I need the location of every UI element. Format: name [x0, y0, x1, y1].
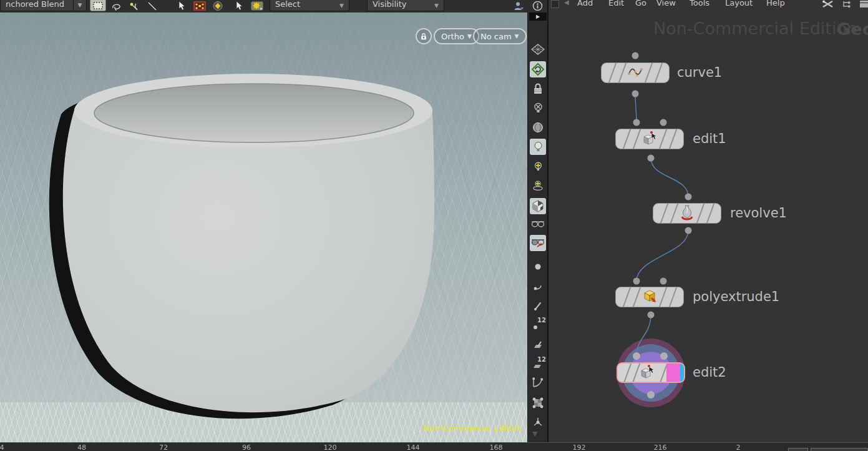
- frame-tick: 96: [242, 444, 251, 451]
- default-light-icon[interactable]: [530, 139, 546, 155]
- lasso-select-icon[interactable]: [108, 0, 124, 11]
- user-icon[interactable]: [510, 0, 527, 11]
- wire-revolve1-polyextrude1[interactable]: [636, 230, 688, 281]
- blend-mode-dropdown[interactable]: nchored Blend: [0, 0, 74, 11]
- scroll-right-icon[interactable]: ▶: [529, 12, 547, 21]
- frame-tick: 48: [77, 444, 86, 451]
- frame-tick: 2: [736, 444, 741, 451]
- node-polyextrude1[interactable]: [615, 287, 684, 307]
- bowl-geometry[interactable]: [0, 12, 527, 442]
- template-geo-icon[interactable]: [530, 395, 546, 411]
- viewport-watermark: Non-Commercial Edition: [423, 424, 521, 433]
- connector-dot[interactable]: [685, 227, 692, 234]
- pick-line-icon[interactable]: [144, 0, 160, 11]
- scroll-down-icon[interactable]: ▼: [532, 430, 537, 438]
- connector-dot[interactable]: [632, 52, 639, 59]
- frame-tick: 168: [490, 444, 503, 451]
- reference-plane-icon[interactable]: [530, 41, 546, 57]
- revolve-icon: [680, 204, 695, 223]
- node-label-revolve1[interactable]: revolve1: [730, 206, 787, 221]
- polyextrude-icon: [641, 288, 658, 307]
- wire-edit1-revolve1[interactable]: [651, 158, 688, 197]
- connector-dot[interactable]: [632, 91, 639, 97]
- show-profiles-icon[interactable]: [530, 375, 546, 391]
- handles-tool-icon[interactable]: [249, 0, 265, 11]
- chevron-down-icon: ▼: [515, 33, 519, 39]
- curve-icon: [627, 66, 643, 81]
- connector-dot[interactable]: [660, 352, 668, 360]
- playbar-timeline[interactable]: 4 48 72 96 120 144 168 192 216 2: [0, 442, 868, 451]
- frame-tick: 192: [573, 444, 586, 451]
- wireframe-glasses-icon[interactable]: [530, 216, 546, 232]
- paint-select-icon[interactable]: [126, 0, 142, 11]
- cursor-icon[interactable]: [173, 0, 190, 11]
- node-edit1[interactable]: [615, 129, 684, 149]
- prim-numbers-icon[interactable]: 12: [530, 356, 546, 372]
- node-edit2[interactable]: [617, 362, 685, 383]
- bowl-interior: [94, 84, 414, 142]
- prim-normals-icon[interactable]: [530, 337, 546, 353]
- shading-mode-icon[interactable]: [530, 198, 546, 214]
- connector-dot[interactable]: [633, 278, 640, 285]
- add-light-icon[interactable]: [530, 158, 546, 174]
- scene-view-pane: nchored Blend ▼ Select▼: [0, 0, 547, 442]
- chevron-down-icon: ▼: [331, 2, 344, 9]
- dome-light-icon[interactable]: [530, 119, 546, 136]
- frame-range-end-input[interactable]: [811, 448, 868, 451]
- frame-tick: 144: [407, 444, 420, 451]
- points-select-icon[interactable]: [192, 0, 208, 11]
- frame-tick: 216: [654, 444, 667, 451]
- display-flag[interactable]: [680, 364, 684, 382]
- connector-dot[interactable]: [685, 194, 692, 201]
- network-editor-pane[interactable]: ◀ Add Edit Go View Tools Layout Help Non…: [549, 0, 868, 442]
- chevron-down-icon: ▼: [426, 2, 439, 9]
- connector-dot[interactable]: [633, 119, 640, 126]
- frame-tick: 4: [0, 444, 4, 451]
- node-label-edit1[interactable]: edit1: [693, 131, 726, 146]
- connector-dot[interactable]: [633, 352, 640, 360]
- node-label-polyextrude1[interactable]: polyextrude1: [693, 289, 779, 304]
- wire-curve1-edit1[interactable]: [635, 94, 636, 122]
- edit-icon: [639, 364, 655, 382]
- headlight-off-icon[interactable]: [530, 100, 546, 116]
- display-options-toolbar: ▶: [527, 12, 548, 442]
- connector-dot[interactable]: [648, 155, 655, 162]
- axis-handle-icon[interactable]: [530, 414, 546, 430]
- selection-toolbar: nchored Blend ▼ Select▼: [0, 0, 547, 14]
- visibility-dropdown[interactable]: Visibility▼: [367, 0, 444, 11]
- frame-tick: 120: [324, 444, 337, 451]
- ortho-button[interactable]: Ortho▼: [434, 28, 479, 44]
- connector-dot[interactable]: [647, 391, 655, 399]
- frame-range-start-input[interactable]: [788, 448, 808, 451]
- node-revolve1[interactable]: [653, 203, 721, 224]
- show-points-icon[interactable]: [530, 259, 546, 275]
- cursor-icon[interactable]: [231, 0, 247, 11]
- node-curve1[interactable]: [601, 62, 670, 83]
- node-label-edit2[interactable]: edit2: [693, 365, 726, 380]
- marquee-select-icon[interactable]: [90, 0, 106, 11]
- group-highlight-icon[interactable]: [530, 61, 546, 77]
- ghost-other-objects-icon[interactable]: [530, 235, 546, 251]
- frame-tick: 72: [159, 444, 168, 451]
- add-env-light-icon[interactable]: [530, 177, 546, 194]
- connector-dot[interactable]: [660, 278, 667, 285]
- no-cam-button[interactable]: No cam▼: [473, 28, 527, 44]
- chevron-down-icon: ▼: [467, 33, 472, 39]
- select-mode-dropdown[interactable]: Select▼: [270, 0, 349, 11]
- node-label-curve1[interactable]: curve1: [677, 65, 722, 80]
- info-icon[interactable]: [529, 0, 545, 11]
- viewport-lock-icon[interactable]: [416, 28, 432, 44]
- connector-dot[interactable]: [648, 312, 655, 319]
- point-numbers-icon[interactable]: 12: [530, 317, 546, 333]
- viewport-3d[interactable]: Ortho▼ No cam▼ Non-Commercial Edition: [0, 12, 527, 442]
- blend-mode-dropdown-arrow[interactable]: ▼: [73, 0, 87, 11]
- edit-icon: [641, 130, 658, 149]
- template-flag[interactable]: [666, 364, 680, 382]
- connector-dot[interactable]: [660, 119, 667, 126]
- show-normals-icon[interactable]: [530, 298, 546, 314]
- prims-select-icon[interactable]: [210, 0, 226, 11]
- lock-handles-icon[interactable]: [530, 81, 546, 97]
- show-vertices-icon[interactable]: [530, 279, 546, 295]
